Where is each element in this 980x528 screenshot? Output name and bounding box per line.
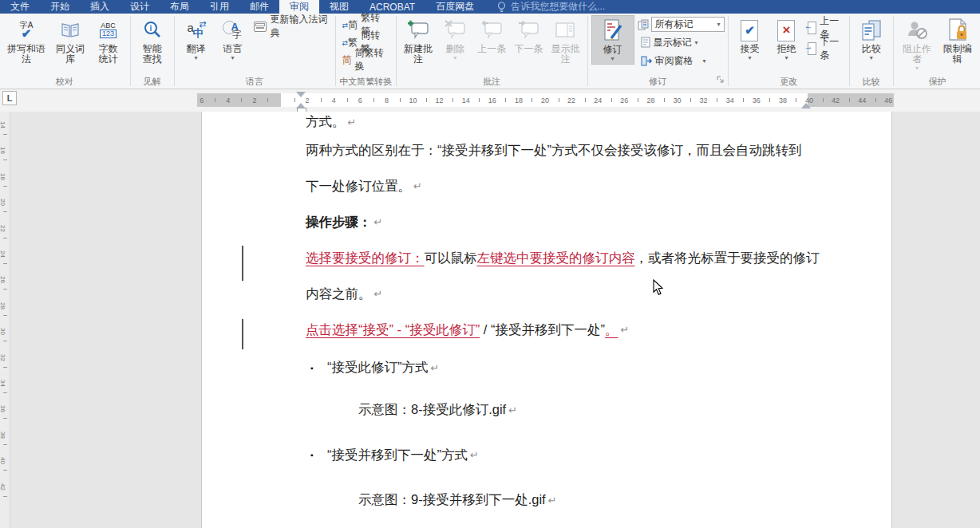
ruler-number: 20 (541, 97, 549, 104)
pilcrow-mark: ↵ (620, 324, 629, 336)
word-count-button[interactable]: ABC 123 字数统计 (90, 15, 127, 66)
ruler-tick (3, 263, 7, 264)
ruler-tick (717, 98, 717, 102)
accept-button[interactable]: ✔ 接受 ▾ (731, 15, 768, 63)
delete-comment-button[interactable]: 删除 ▾ (437, 15, 473, 63)
compare-label: 比较 (862, 44, 881, 54)
ruler-tick (3, 444, 7, 445)
reviewing-pane-button[interactable]: 审阅窗格 ▾ (638, 53, 725, 69)
doc-line[interactable]: ▪“接受并移到下一处”方式↵ (202, 432, 891, 478)
group-label-compare: 比较 (851, 76, 892, 88)
previous-change-icon: ← (808, 22, 816, 34)
compare-button[interactable]: 比较 ▾ (853, 15, 890, 63)
dropdown-caret-icon: ▾ (717, 22, 721, 28)
ruler-number: 10 (409, 97, 417, 104)
ruler-number: 26 (620, 97, 628, 104)
group-separator (728, 16, 729, 86)
doc-line[interactable]: 选择要接受的修订：可以鼠标左键选中要接受的修订内容，或者将光标置于要接受的修订 (202, 240, 891, 276)
show-markup-label: 显示标记 (654, 36, 692, 49)
tab-file[interactable]: 文件 (0, 0, 40, 14)
pilcrow-mark: ↵ (413, 180, 422, 192)
update-ime-dictionary-button[interactable]: 更新输入法词典 (251, 18, 331, 34)
doc-line[interactable]: 操作步骤：↵ (202, 204, 891, 240)
tab-baidu-netdisk[interactable]: 百度网盘 (425, 0, 484, 14)
next-change-button[interactable]: → 下一条 (804, 41, 845, 57)
tab-review[interactable]: 审阅 (279, 0, 319, 14)
tab-view[interactable]: 视图 (319, 0, 359, 14)
translate-label: 翻译 (186, 44, 205, 54)
tab-mailings[interactable]: 邮件 (239, 0, 279, 14)
thesaurus-button[interactable]: 同义词库 (50, 15, 89, 66)
text-run: 点击选择“接受” - “接受此修订” (306, 321, 480, 339)
revision-change-bar (242, 246, 243, 281)
group-comments: 新建批注 删除 ▾ 上一条 (397, 14, 587, 89)
reject-button[interactable]: × 拒绝 ▾ (768, 15, 804, 63)
doc-line[interactable]: 示意图：8-接受此修订.gif↵ (202, 388, 891, 432)
spelling-grammar-label: 拼写和语法 (5, 44, 48, 65)
previous-comment-button[interactable]: 上一条 (473, 15, 510, 56)
h-ruler-band[interactable]: 6422468101214161820222426283032343638404… (197, 93, 894, 107)
tell-me-placeholder: 告诉我您想要做什么... (511, 0, 605, 14)
ruler-tick (3, 392, 7, 393)
language-button[interactable]: A 字 语言 ▾ (214, 15, 251, 63)
show-markup-button[interactable]: 显示标记 ▾ (638, 34, 725, 50)
pilcrow-mark: ↵ (348, 116, 357, 128)
ruler-tick (3, 341, 7, 341)
v-ruler[interactable]: 141618202224262830323436384042 (0, 112, 10, 528)
smart-lookup-button[interactable]: i 智能查找 (134, 15, 171, 66)
ruler-number: 14 (462, 97, 470, 104)
delete-comment-label: 删除 (445, 44, 464, 54)
tab-home[interactable]: 开始 (40, 0, 80, 14)
track-changes-icon (601, 18, 625, 45)
simplified-traditional-convert-button[interactable]: 简 简繁转换 (339, 52, 393, 68)
ruler-tick (215, 98, 215, 102)
spelling-grammar-button[interactable]: 字A ✔ 拼写和语法 (2, 15, 50, 66)
ruler-number: 14 (0, 121, 6, 128)
restrict-editing-button[interactable]: 限制编辑 (937, 15, 978, 66)
track-changes-button[interactable]: 修订 ▾ (591, 15, 634, 65)
new-comment-button[interactable]: 新建批注 (400, 15, 437, 66)
tab-insert[interactable]: 插入 (80, 0, 120, 14)
doc-line[interactable]: 下一处修订位置。↵ (202, 168, 891, 204)
ruler-tick (452, 98, 453, 102)
tab-design[interactable]: 设计 (120, 0, 160, 14)
accept-label: 接受 (740, 44, 759, 54)
ruler-tick (505, 98, 506, 102)
doc-line[interactable]: 示意图：9-接受并移到下一处.gif↵ (202, 478, 891, 522)
ruler-tick (743, 98, 744, 102)
doc-line[interactable]: 方式。↵ (202, 112, 891, 132)
ruler-number: 36 (0, 405, 6, 412)
block-authors-button[interactable]: 阻止作者 ▾ (897, 15, 938, 73)
show-comments-label: 显示批注 (549, 44, 581, 65)
tab-layout[interactable]: 布局 (160, 0, 200, 14)
ruler-tick (664, 98, 665, 102)
ruler-number: 40 (0, 457, 6, 464)
doc-line[interactable]: 点击选择“接受” - “接受此修订” / “接受并移到下一处”。↵ (202, 312, 891, 348)
tab-references[interactable]: 引用 (200, 0, 239, 14)
document-page[interactable]: 方式。↵两种方式的区别在于：“接受并移到下一处”方式不仅会接受该修订，而且会自动… (201, 112, 892, 528)
ruler-tick (585, 98, 586, 102)
ruler-number: 28 (646, 97, 654, 104)
pilcrow-mark: ↵ (374, 288, 383, 300)
show-comments-button[interactable]: 显示批注 (547, 15, 583, 66)
translate-button[interactable]: a ⇄ 中 翻译 ▾ (177, 15, 214, 63)
display-for-review-select[interactable]: 所有标记 ▾ (651, 17, 725, 32)
ruler-number: 4 (226, 97, 230, 104)
svg-text:i: i (149, 24, 152, 33)
text-run: 示意图：9-接受并移到下一处.gif (358, 491, 546, 509)
doc-line[interactable]: 内容之前。↵ (202, 276, 891, 312)
previous-change-button[interactable]: ← 上一条 (804, 20, 845, 36)
doc-line[interactable]: 两种方式的区别在于：“接受并移到下一处”方式不仅会接受该修订，而且会自动跳转到 (202, 132, 891, 168)
ruler-number: 30 (0, 328, 6, 335)
ruler-tick (823, 98, 824, 102)
next-comment-button[interactable]: 下一条 (510, 15, 547, 56)
text-run: 可以鼠标 (425, 250, 477, 267)
ruler-number: 34 (0, 380, 6, 387)
tell-me-box[interactable]: 告诉我您想要做什么... (497, 0, 605, 14)
block-authors-label: 阻止作者 (899, 44, 935, 65)
tracking-dialog-launcher[interactable] (717, 73, 725, 87)
group-label-protect: 保护 (895, 76, 980, 88)
compare-icon (859, 17, 883, 44)
doc-line[interactable]: ▪“接受此修订”方式↵ (202, 348, 891, 388)
tab-stop-selector[interactable]: L (2, 91, 17, 105)
